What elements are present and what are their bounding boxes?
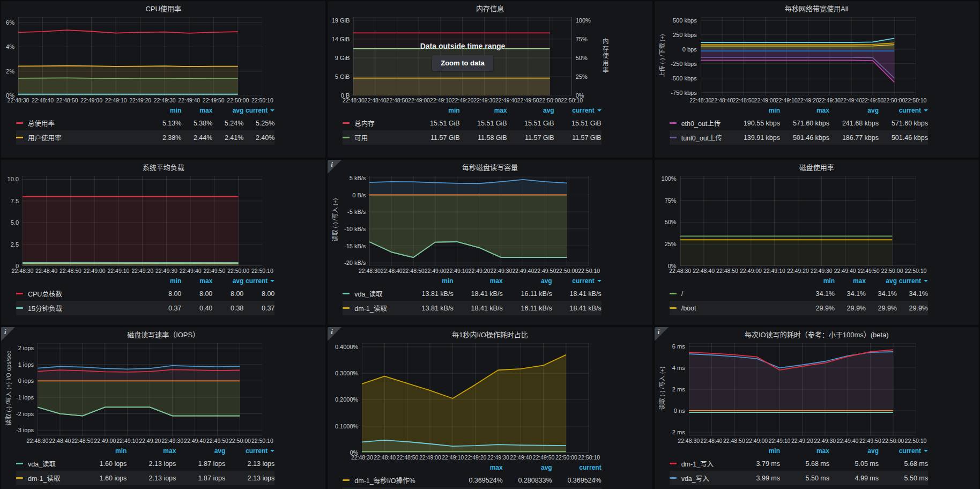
chart-plot[interactable]: [701, 17, 916, 95]
legend-value: 8.00: [150, 290, 181, 298]
legend-sort-min[interactable]: min: [731, 107, 780, 114]
legend-sort-min[interactable]: min: [150, 277, 181, 285]
legend-sort-avg[interactable]: avg: [503, 464, 552, 471]
x-tick-label: 22:49:10: [107, 268, 129, 274]
legend-sort-max[interactable]: max: [454, 277, 503, 285]
x-tick-label: 22:48:40: [711, 97, 733, 103]
legend-series-label[interactable]: 总内存: [354, 118, 412, 128]
legend-series-label[interactable]: /: [681, 290, 804, 298]
legend-sort-max[interactable]: max: [460, 107, 507, 114]
legend: minmaxavgcurrentdm-1_写入3.79 ms5.68 ms5.0…: [655, 446, 979, 485]
legend-value: 34.1%: [804, 290, 835, 298]
legend-sort-avg[interactable]: avg: [212, 107, 243, 114]
panel-title[interactable]: 系统平均负载: [1, 160, 325, 174]
legend-sort-current[interactable]: current: [554, 107, 602, 114]
panel-title-text: 系统平均负载: [143, 162, 184, 172]
x-tick-label: 22:49:00: [419, 454, 441, 461]
chart-plot[interactable]: [23, 176, 262, 266]
y-axis-tick-labels: 0.4000%0.3000%0.2000%0.1000%0%: [328, 343, 362, 453]
legend-series-label[interactable]: 15分钟负载: [28, 303, 150, 313]
legend-sort-min[interactable]: min: [804, 277, 835, 285]
panel-title[interactable]: 内存信息: [328, 1, 652, 15]
legend-row: /boot29.9%29.9%29.9%29.9%: [670, 301, 928, 315]
legend-sort-current[interactable]: current: [243, 277, 274, 285]
panel-system-load: 系统平均负载 10.07.55.02.50 22:48:3022:48:4022…: [1, 160, 325, 325]
legend-sort-avg[interactable]: avg: [212, 277, 243, 285]
legend-sort-max[interactable]: max: [181, 107, 212, 114]
legend-value: 0.37: [243, 305, 274, 312]
legend-sort-max[interactable]: max: [835, 277, 866, 285]
x-tick-label: 22:48:30: [689, 97, 711, 103]
legend-sort-current[interactable]: current: [897, 277, 928, 285]
x-tick-label: 22:49:30: [161, 438, 183, 444]
info-icon[interactable]: i: [328, 160, 341, 174]
legend-sort-max[interactable]: max: [181, 277, 212, 285]
legend-series-label[interactable]: dm-1_读取: [354, 303, 404, 313]
chart-plot[interactable]: [689, 343, 916, 436]
x-tick-label: 22:49:00: [408, 97, 430, 103]
legend-sort-min[interactable]: min: [404, 277, 454, 285]
legend-header: minmaxavgcurrent: [16, 276, 274, 286]
legend-series-label[interactable]: 可用: [354, 132, 412, 143]
legend-sort-current[interactable]: current: [552, 277, 602, 285]
x-tick-label: 22:48:30: [359, 268, 381, 274]
legend-value: 3.99 ms: [731, 475, 780, 482]
legend-series-label[interactable]: vda_写入: [681, 473, 731, 483]
zoom-to-data-button[interactable]: Zoom to data: [432, 55, 493, 71]
x-tick-label: 22:49:30: [154, 97, 176, 103]
chart-plot[interactable]: [38, 343, 262, 436]
chart-plot[interactable]: [362, 343, 589, 453]
legend-sort-min[interactable]: min: [731, 447, 780, 455]
info-icon[interactable]: i: [328, 327, 341, 341]
legend-sort-current[interactable]: current: [879, 107, 928, 114]
panel-title[interactable]: 每秒磁盘读写容量: [328, 160, 652, 174]
legend-sort-avg[interactable]: avg: [866, 277, 897, 285]
legend-series-label[interactable]: tunl0_out上传: [681, 132, 731, 143]
info-icon[interactable]: i: [1, 327, 15, 341]
panel-title[interactable]: 每秒网络带宽使用All: [655, 1, 979, 15]
legend-sort-current[interactable]: current: [243, 107, 274, 114]
x-tick-label: 22:48:30: [27, 438, 49, 444]
legend-series-label[interactable]: vda_读取: [28, 458, 77, 469]
panel-title[interactable]: 每次IO读写的耗时（参考：小于100ms）(beta): [655, 327, 979, 341]
legend-series-label[interactable]: dm-1_每秒I/O操作%: [354, 475, 453, 485]
x-tick-label: 22:49:30: [473, 97, 495, 103]
panel-title-text: CPU使用率: [145, 3, 181, 13]
legend-sort-max[interactable]: max: [780, 107, 829, 114]
legend-sort-current[interactable]: current: [552, 464, 602, 471]
legend-series-label[interactable]: 用户使用率: [28, 132, 150, 143]
legend-series-label[interactable]: /boot: [681, 305, 804, 312]
legend-series-label[interactable]: 总使用率: [28, 118, 150, 128]
chart-plot[interactable]: [369, 176, 589, 266]
legend-sort-max[interactable]: max: [127, 447, 176, 455]
x-tick-label: 22:49:20: [131, 268, 153, 274]
y-tick-label: 4 ms: [672, 365, 685, 371]
legend-sort-min[interactable]: min: [150, 107, 181, 114]
legend-sort-current[interactable]: current: [225, 447, 274, 455]
legend-sort-max[interactable]: max: [780, 447, 829, 455]
legend-sort-avg[interactable]: avg: [503, 277, 552, 285]
chart-plot[interactable]: [18, 17, 262, 95]
chart-plot[interactable]: [680, 176, 916, 266]
panel-title[interactable]: 每1秒内I/O操作耗时占比: [328, 327, 652, 341]
panel-title[interactable]: 磁盘读写速率（IOPS）: [1, 327, 325, 341]
legend-sort-avg[interactable]: avg: [176, 447, 225, 455]
legend-series-label[interactable]: dm-1_读取: [28, 473, 77, 483]
legend-series-label[interactable]: eth0_out上传: [681, 118, 731, 128]
legend-series-label[interactable]: CPU总核数: [28, 288, 150, 299]
legend-series-label[interactable]: vda_读取: [354, 288, 404, 299]
legend-sort-min[interactable]: min: [77, 447, 127, 455]
legend-sort-avg[interactable]: avg: [829, 447, 879, 455]
x-tick-label: 22:49:40: [510, 454, 532, 461]
legend-sort-avg[interactable]: avg: [507, 107, 554, 114]
legend-value: 8.00: [181, 290, 212, 298]
legend-sort-current[interactable]: current: [879, 447, 928, 455]
panel-title[interactable]: 磁盘使用率: [655, 160, 979, 174]
info-icon[interactable]: i: [655, 327, 669, 341]
x-tick-label: 22:49:10: [776, 97, 798, 103]
legend-sort-max[interactable]: max: [454, 464, 503, 471]
panel-title[interactable]: CPU使用率: [1, 1, 325, 15]
legend-sort-avg[interactable]: avg: [829, 107, 879, 114]
legend-sort-min[interactable]: min: [413, 107, 460, 114]
legend-series-label[interactable]: dm-1_写入: [681, 458, 731, 469]
